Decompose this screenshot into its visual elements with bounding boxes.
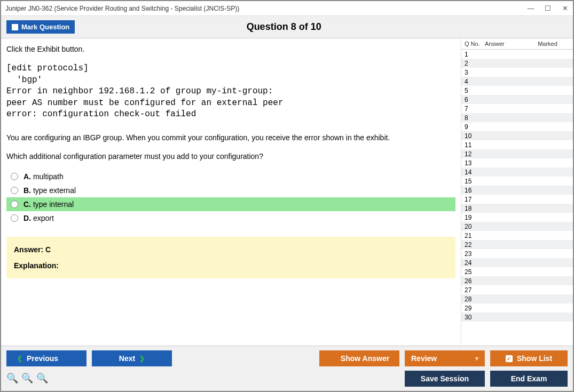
show-list-button[interactable]: ✓ Show List	[490, 350, 568, 366]
question-list-panel: Q No. Answer Marked 12345678910111213141…	[461, 38, 573, 346]
row-qno: 29	[461, 305, 485, 312]
chevron-left-icon: ❮	[17, 355, 22, 362]
zoom-out-icon[interactable]: 🔍−	[36, 372, 48, 385]
row-qno: 27	[461, 286, 485, 294]
row-qno: 16	[461, 187, 485, 194]
row-qno: 17	[461, 196, 485, 203]
option-row[interactable]: B. type external	[6, 183, 455, 197]
option-row[interactable]: C. type internal	[6, 197, 455, 211]
show-answer-button[interactable]: Show Answer	[319, 350, 399, 366]
row-qno: 8	[461, 114, 485, 122]
question-list-row[interactable]: 24	[461, 258, 573, 267]
row-qno: 4	[461, 78, 485, 85]
mark-question-button[interactable]: Mark Question	[6, 20, 75, 34]
zoom-in-icon[interactable]: 🔍+	[6, 372, 18, 385]
question-list-row[interactable]: 28	[461, 294, 573, 303]
review-button[interactable]: Review ▾	[405, 350, 485, 366]
question-counter: Question 8 of 10	[75, 21, 493, 33]
option-row[interactable]: A. multipath	[6, 170, 455, 183]
question-list-row[interactable]: 11	[461, 140, 573, 149]
row-qno: 19	[461, 214, 485, 221]
end-exam-label: End Exam	[511, 374, 547, 383]
question-context: You are configuring an IBGP group. When …	[6, 132, 455, 143]
question-list-row[interactable]: 13	[461, 158, 573, 167]
close-icon[interactable]: ✕	[561, 4, 569, 12]
row-qno: 10	[461, 132, 485, 140]
row-qno: 30	[461, 314, 485, 321]
question-list[interactable]: 1234567891011121314151617181920212223242…	[461, 50, 573, 346]
save-session-button[interactable]: Save Session	[405, 371, 485, 387]
question-list-row[interactable]: 23	[461, 249, 573, 258]
previous-label: Previous	[27, 354, 58, 363]
row-qno: 23	[461, 250, 485, 258]
row-qno: 18	[461, 205, 485, 212]
question-list-row[interactable]: 6	[461, 95, 573, 104]
show-answer-label: Show Answer	[341, 354, 389, 363]
question-list-row[interactable]: 12	[461, 149, 573, 158]
chevron-down-icon: ▾	[475, 355, 478, 362]
question-list-row[interactable]: 2	[461, 59, 573, 68]
question-prompt: Which additional configuration parameter…	[6, 151, 455, 162]
show-list-label: Show List	[517, 354, 552, 363]
zoom-controls: 🔍+ 🔍 🔍−	[6, 372, 48, 385]
question-list-row[interactable]: 9	[461, 122, 573, 131]
checkbox-icon	[12, 24, 18, 30]
row-qno: 26	[461, 277, 485, 285]
question-list-row[interactable]: 20	[461, 222, 573, 231]
question-list-row[interactable]: 5	[461, 86, 573, 95]
minimize-icon[interactable]: —	[527, 4, 534, 12]
option-letter: C.	[23, 200, 31, 209]
radio-icon	[11, 201, 18, 208]
radio-icon	[11, 187, 18, 194]
answer-panel: Answer: C Explanation:	[6, 237, 455, 278]
row-qno: 11	[461, 141, 485, 149]
explanation-label: Explanation:	[14, 261, 448, 270]
question-list-row[interactable]: 25	[461, 267, 573, 276]
option-row[interactable]: D. export	[6, 211, 455, 225]
row-qno: 21	[461, 232, 485, 239]
option-text: export	[33, 214, 54, 222]
question-list-row[interactable]: 19	[461, 213, 573, 222]
question-list-row[interactable]: 1	[461, 50, 573, 59]
question-list-row[interactable]: 15	[461, 177, 573, 186]
question-list-row[interactable]: 10	[461, 131, 573, 140]
question-list-row[interactable]: 8	[461, 113, 573, 122]
titlebar: Juniper JN0-362 (Service Provider Routin…	[1, 1, 573, 16]
next-button[interactable]: Next ❯	[92, 350, 172, 366]
question-list-row[interactable]: 4	[461, 77, 573, 86]
footer-row-1: ❮ Previous Next ❯ Show Answer Review ▾ ✓…	[6, 350, 568, 366]
question-list-row[interactable]: 22	[461, 240, 573, 249]
question-list-row[interactable]: 26	[461, 276, 573, 285]
previous-button[interactable]: ❮ Previous	[6, 350, 87, 366]
checkbox-checked-icon: ✓	[506, 355, 513, 362]
zoom-reset-icon[interactable]: 🔍	[21, 372, 33, 385]
question-list-row[interactable]: 21	[461, 231, 573, 240]
question-list-row[interactable]: 30	[461, 313, 573, 322]
row-qno: 9	[461, 123, 485, 131]
option-text: multipath	[33, 172, 64, 181]
question-list-row[interactable]: 14	[461, 167, 573, 177]
app-window: Juniper JN0-362 (Service Provider Routin…	[0, 0, 574, 392]
question-list-row[interactable]: 17	[461, 195, 573, 204]
question-list-header: Q No. Answer Marked	[461, 38, 573, 50]
col-header-answer: Answer	[485, 41, 522, 47]
question-list-row[interactable]: 27	[461, 285, 573, 294]
end-exam-button[interactable]: End Exam	[490, 371, 568, 387]
next-label: Next	[119, 354, 135, 363]
question-panel: Click the Exhibit button. [edit protocol…	[1, 38, 461, 346]
col-header-qno: Q No.	[461, 41, 485, 47]
exhibit-code: [edit protocols] 'bgp' Error in neighbor…	[6, 63, 455, 121]
radio-icon	[11, 173, 18, 180]
options-list: A. multipathB. type externalC. type inte…	[6, 170, 455, 225]
question-list-row[interactable]: 18	[461, 204, 573, 213]
row-qno: 12	[461, 150, 485, 158]
question-list-row[interactable]: 29	[461, 303, 573, 313]
question-list-row[interactable]: 7	[461, 104, 573, 113]
checkbox-icon	[329, 355, 336, 362]
radio-icon	[11, 214, 18, 222]
maximize-icon[interactable]: ☐	[544, 4, 552, 12]
question-list-row[interactable]: 16	[461, 186, 573, 195]
window-title: Juniper JN0-362 (Service Provider Routin…	[5, 5, 527, 12]
question-list-row[interactable]: 3	[461, 68, 573, 77]
instruction-text: Click the Exhibit button.	[6, 45, 455, 53]
